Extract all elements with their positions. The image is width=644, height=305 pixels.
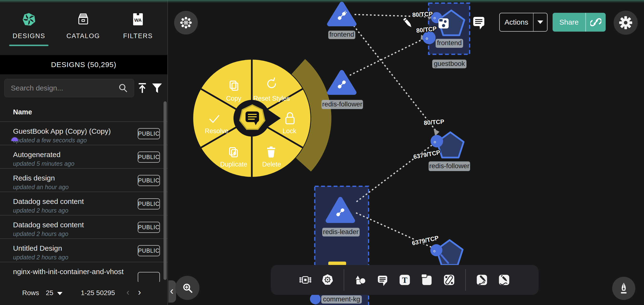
design-updated: updated 2 hours ago bbox=[13, 230, 68, 237]
design-row[interactable]: Datadog seed content updated 2 hours ago… bbox=[0, 192, 168, 215]
tab-catalog[interactable]: CATALOG bbox=[62, 13, 105, 40]
label-guestbook-service: frontend bbox=[436, 39, 463, 48]
tab-designs-label: DESIGNS bbox=[12, 32, 45, 40]
next-page-button[interactable]: › bbox=[138, 287, 141, 297]
label-frontend-pod: frontend bbox=[328, 31, 355, 39]
design-name: Redis design bbox=[13, 174, 55, 182]
comment-icon[interactable] bbox=[473, 17, 484, 30]
node-bottom-service[interactable] bbox=[430, 240, 462, 265]
rows-caret-icon[interactable] bbox=[57, 292, 62, 295]
save-floppy-icon bbox=[438, 18, 449, 29]
link-icon bbox=[590, 17, 601, 28]
design-updated: updated an hour ago bbox=[13, 184, 69, 191]
kubernetes-tool-button[interactable] bbox=[320, 272, 336, 288]
edge-pen-tool-button[interactable] bbox=[474, 272, 490, 288]
sidebar-scrollbar[interactable] bbox=[164, 101, 167, 280]
search-input[interactable] bbox=[4, 79, 134, 97]
copy-link-button[interactable] bbox=[586, 17, 606, 28]
radial-context-menu: Copy Reset Styles Resolve Lock Duplicate… bbox=[193, 60, 310, 177]
edge-redisfollower-guestbook[interactable] bbox=[350, 39, 423, 75]
text-tool-icon: T bbox=[397, 272, 412, 287]
filter-funnel-icon[interactable] bbox=[152, 83, 162, 94]
radial-resolve-label: Resolve bbox=[205, 127, 228, 135]
shapes-tool-button[interactable] bbox=[352, 272, 368, 288]
comment-kg-port[interactable] bbox=[310, 294, 320, 304]
design-row[interactable]: Autogenerated updated 5 minutes ago PUBL… bbox=[0, 145, 168, 169]
edge-label-80tcp-3: 80/TCP bbox=[424, 118, 444, 126]
pagination-range: 1-25 50295 bbox=[81, 289, 115, 297]
design-name: Autogenerated bbox=[13, 151, 60, 159]
rows-per-page[interactable]: 25 bbox=[46, 289, 53, 297]
design-row[interactable]: Redis design updated an hour ago PUBLIC bbox=[0, 169, 168, 192]
design-row[interactable]: GuestBook App (Copy) (Copy) updated a fe… bbox=[0, 122, 168, 145]
svg-text:redis-leader: redis-leader bbox=[323, 228, 359, 235]
mesh-cluster-icon bbox=[179, 16, 193, 30]
mesh-cluster-button[interactable] bbox=[174, 11, 198, 35]
design-row[interactable]: Datadog seed content updated 2 hours ago… bbox=[0, 215, 168, 239]
active-tab-underline bbox=[9, 45, 48, 46]
design-name: GuestBook App (Copy) (Copy) bbox=[13, 127, 111, 135]
visibility-badge: PUBLIC bbox=[138, 198, 160, 209]
tab-filters[interactable]: WA FILTERS bbox=[116, 13, 160, 40]
prev-page-button[interactable]: ‹ bbox=[126, 287, 130, 297]
owner-avatar bbox=[10, 137, 19, 141]
radial-lock-label: Lock bbox=[282, 127, 296, 135]
design-name: nginx-with-init-container-and-vhost bbox=[13, 268, 124, 276]
label-guestbook-group: guestbook bbox=[432, 60, 466, 68]
share-label: Share bbox=[552, 18, 586, 26]
freehand-pencil-icon bbox=[497, 272, 512, 287]
service-port-circle[interactable] bbox=[430, 244, 442, 256]
svg-text:redis-follower: redis-follower bbox=[322, 100, 362, 108]
design-row[interactable]: Untitled Design updated 2 hours ago PUBL… bbox=[0, 239, 168, 262]
radial-delete-label: Delete bbox=[262, 161, 281, 168]
svg-text:frontend: frontend bbox=[330, 31, 354, 38]
settings-button[interactable] bbox=[614, 11, 638, 35]
visibility-badge: PUBLIC bbox=[138, 128, 160, 139]
chain-link-icon bbox=[442, 272, 456, 287]
chain-link-tool-button[interactable] bbox=[441, 272, 457, 288]
node-frontend-pod[interactable] bbox=[329, 4, 354, 24]
service-port-circle[interactable] bbox=[430, 135, 443, 147]
label-redis-follower-service: redis-follower bbox=[428, 161, 470, 171]
zoom-in-button[interactable] bbox=[175, 276, 200, 300]
toolbar-divider bbox=[344, 269, 344, 291]
pencil-icon[interactable] bbox=[403, 18, 412, 28]
zoom-in-icon bbox=[181, 281, 194, 294]
note-tool-button[interactable] bbox=[419, 272, 435, 288]
visibility-badge: PUBLIC bbox=[138, 175, 160, 186]
publish-icon[interactable] bbox=[138, 83, 147, 94]
visibility-badge: PUBLIC bbox=[138, 222, 160, 233]
pen-nib-icon bbox=[617, 281, 630, 295]
rows-label: Rows bbox=[22, 289, 39, 297]
share-button[interactable]: Share bbox=[552, 13, 606, 32]
freehand-pencil-tool-button[interactable] bbox=[496, 272, 512, 288]
designs-list: GuestBook App (Copy) (Copy) updated a fe… bbox=[0, 121, 168, 286]
design-name: Datadog seed content bbox=[13, 197, 84, 206]
meshery-logo-icon bbox=[22, 13, 36, 26]
shapes-icon bbox=[353, 272, 368, 287]
label-redis-follower-pod: redis-follower bbox=[322, 100, 363, 109]
tab-filters-label: FILTERS bbox=[123, 32, 153, 40]
toolbar-divider bbox=[465, 269, 466, 291]
text-tool-button[interactable]: T bbox=[397, 272, 413, 288]
actions-button[interactable]: Actions bbox=[499, 13, 548, 32]
component-tool-button[interactable] bbox=[298, 272, 313, 288]
label-comment-kg: comment-kg bbox=[321, 295, 362, 303]
visibility-badge bbox=[138, 272, 160, 283]
tab-designs[interactable]: DESIGNS bbox=[7, 13, 51, 40]
radial-duplicate-label: Duplicate bbox=[220, 161, 248, 168]
design-canvas[interactable]: frontend frontend guestbook redis-follow… bbox=[168, 0, 644, 305]
comment-tool-button[interactable] bbox=[374, 272, 390, 288]
sidebar-collapse-handle[interactable]: ‹ bbox=[168, 280, 176, 302]
kubernetes-icon bbox=[320, 272, 335, 287]
name-column-header: Name bbox=[13, 108, 32, 116]
svg-text:frontend: frontend bbox=[437, 39, 462, 47]
visibility-badge: PUBLIC bbox=[138, 245, 160, 256]
component-chip-icon bbox=[298, 272, 313, 287]
tab-catalog-label: CATALOG bbox=[66, 32, 100, 40]
service-port-circle[interactable] bbox=[422, 31, 436, 44]
wasm-filters-icon: WA bbox=[132, 13, 144, 26]
actions-dropdown-toggle[interactable] bbox=[534, 21, 547, 24]
pen-nib-button[interactable] bbox=[612, 277, 635, 300]
comment-tool-icon bbox=[375, 272, 390, 287]
